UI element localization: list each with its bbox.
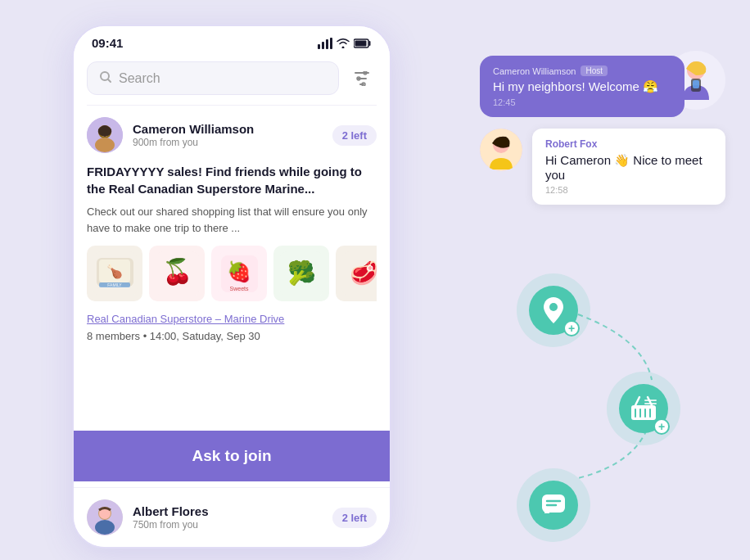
chat-time-2: 12:58 <box>545 185 712 195</box>
product-images-row: 🍗 FAMILY 🍒 🍓 <box>87 246 377 301</box>
chat-bubble-1: Cameron Williamson Host Hi my neighbors!… <box>480 56 684 117</box>
svg-text:🍓: 🍓 <box>227 260 251 283</box>
svg-text:Sweets: Sweets <box>229 286 248 291</box>
event-info: 8 members • 14:00, Satuday, Sep 30 <box>87 330 377 342</box>
flow-icon-cart: + <box>619 384 668 433</box>
post-slots-badge: 2 left <box>332 125 377 146</box>
svg-rect-2 <box>326 39 328 49</box>
svg-point-12 <box>95 138 115 152</box>
bottom-user-row: Albert Flores 750m from you 2 left <box>74 487 390 547</box>
filter-button[interactable] <box>347 64 377 93</box>
post-user-info: Cameron Williamson 900m from you <box>133 122 323 148</box>
post-description: Check out our shared shopping list that … <box>87 204 377 236</box>
search-bar[interactable]: Search <box>87 61 339 95</box>
svg-point-40 <box>549 303 558 311</box>
flow-dashed-lines <box>463 265 725 527</box>
bottom-user-distance: 750m from you <box>133 519 323 531</box>
flow-node-chat <box>517 468 590 542</box>
svg-rect-5 <box>355 40 367 46</box>
chat-message-2: Hi Cameron 👋 Nice to meet you <box>545 153 712 182</box>
flow-icon-location: + <box>529 286 578 335</box>
search-placeholder: Search <box>119 71 160 86</box>
bottom-slots-badge: 2 left <box>332 508 377 528</box>
bottom-user-name: Albert Flores <box>133 504 323 518</box>
svg-rect-1 <box>322 42 324 49</box>
chat-bubble-container-2: Robert Fox Hi Cameron 👋 Nice to meet you… <box>480 129 725 205</box>
post-title: FRIDAYYYYY sales! Find friends while goi… <box>87 163 377 197</box>
svg-text:🥩: 🥩 <box>349 260 377 287</box>
join-button[interactable]: Ask to join <box>74 431 390 481</box>
signal-icon <box>318 38 332 49</box>
host-label: Host <box>581 65 608 76</box>
store-link[interactable]: Real Canadian Superstore – Marine Drive <box>87 313 377 325</box>
svg-text:🍒: 🍒 <box>161 257 192 287</box>
post-user-distance: 900m from you <box>133 137 323 148</box>
product-image-3: 🍓 Sweets <box>211 246 267 301</box>
status-time: 09:41 <box>92 36 123 50</box>
chat-bubble-2: Robert Fox Hi Cameron 👋 Nice to meet you… <box>532 129 725 205</box>
product-image-1: 🍗 FAMILY <box>87 246 142 301</box>
product-image-2: 🍒 <box>149 246 205 301</box>
wifi-icon <box>337 38 350 48</box>
flow-diagram: + + <box>463 265 725 527</box>
battery-icon <box>354 38 372 48</box>
chat-message-1: Hi my neighbors! Welcome 😤 <box>493 79 671 94</box>
chat-sender-2: Robert Fox <box>545 138 712 150</box>
flow-icon-chat <box>529 481 578 530</box>
status-bar: 09:41 <box>74 26 390 55</box>
svg-point-32 <box>95 520 115 535</box>
product-image-5: 🥩 <box>336 246 377 301</box>
chat-avatar-2 <box>480 129 522 171</box>
post-user-row: Cameron Williamson 900m from you 2 left <box>87 117 377 153</box>
svg-text:🍗: 🍗 <box>106 264 123 279</box>
chat-area: Cameron Williamson Host Hi my neighbors!… <box>480 56 725 205</box>
svg-rect-3 <box>330 38 332 49</box>
post-user-name: Cameron Williamson <box>133 122 323 136</box>
phone-mockup: 09:41 <box>72 25 391 549</box>
svg-text:FAMILY: FAMILY <box>107 282 122 287</box>
chat-time-1: 12:45 <box>493 97 671 107</box>
post-user-avatar <box>87 117 123 153</box>
bottom-user-avatar <box>87 499 123 535</box>
post-card: Cameron Williamson 900m from you 2 left … <box>87 105 377 342</box>
chat-sender-1: Cameron Williamson <box>493 66 576 76</box>
status-icons <box>318 38 372 49</box>
svg-text:🥦: 🥦 <box>287 260 315 287</box>
search-icon <box>99 70 112 86</box>
search-container: Search <box>74 55 390 105</box>
svg-rect-48 <box>542 495 565 513</box>
flow-node-location: + <box>517 273 590 347</box>
bottom-user-info: Albert Flores 750m from you <box>133 504 323 531</box>
product-image-4: 🥦 <box>273 246 329 301</box>
svg-rect-0 <box>318 44 320 49</box>
flow-node-cart: + <box>607 372 680 445</box>
